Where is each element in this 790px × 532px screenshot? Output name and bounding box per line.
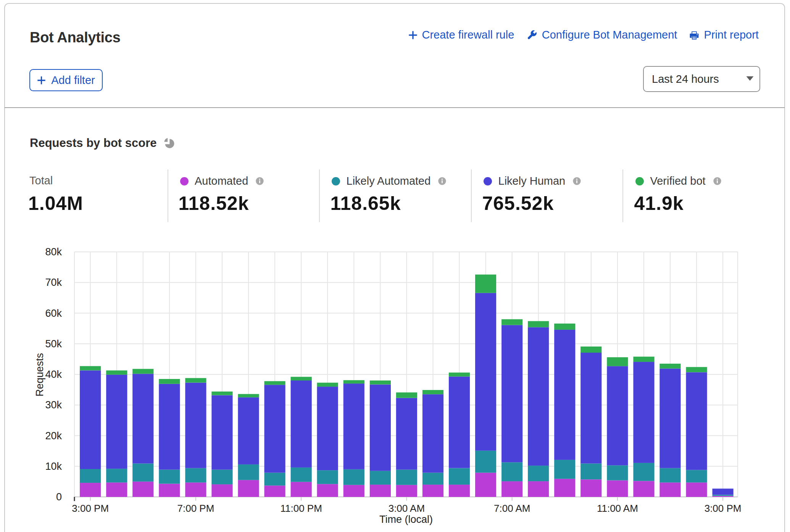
svg-text:7:00 PM: 7:00 PM [177,503,214,514]
svg-text:70k: 70k [45,277,62,288]
svg-text:20k: 20k [45,430,62,442]
svg-text:60k: 60k [45,308,62,319]
svg-text:0: 0 [56,491,62,503]
svg-text:50k: 50k [45,338,62,350]
svg-text:3:00 AM: 3:00 AM [389,503,425,514]
svg-text:40k: 40k [45,369,62,380]
svg-text:11:00 PM: 11:00 PM [281,503,322,514]
svg-text:10k: 10k [45,461,62,472]
svg-text:Time (local): Time (local) [379,514,433,525]
svg-text:3:00 PM: 3:00 PM [705,503,742,514]
svg-text:Requests: Requests [34,353,45,397]
svg-text:11:00 AM: 11:00 AM [597,503,638,514]
svg-text:3:00 PM: 3:00 PM [72,503,109,514]
svg-text:80k: 80k [45,246,62,258]
svg-text:30k: 30k [45,399,62,411]
svg-text:7:00 AM: 7:00 AM [494,503,530,514]
